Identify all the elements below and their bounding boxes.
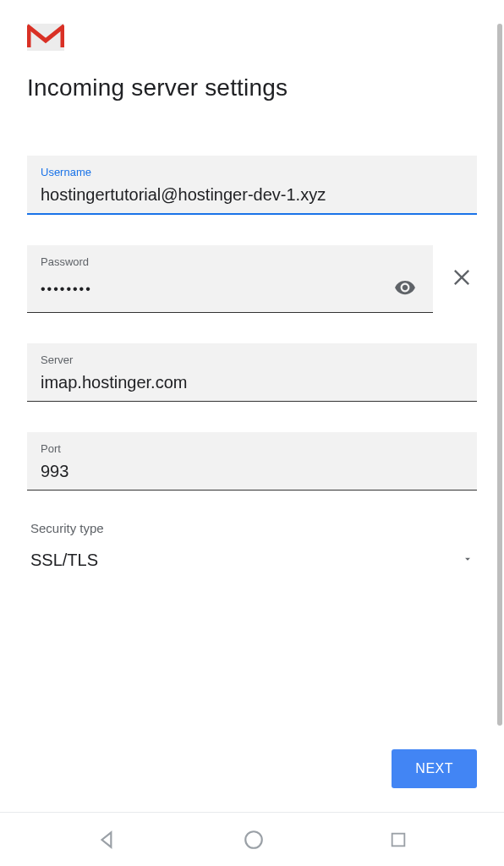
server-input[interactable] <box>41 371 463 394</box>
port-field-group: Port <box>27 432 477 491</box>
navigation-bar <box>0 812 504 866</box>
nav-home-icon[interactable] <box>243 829 265 851</box>
port-label: Port <box>41 442 463 455</box>
security-value: SSL/TLS <box>30 551 98 570</box>
nav-recent-icon[interactable] <box>389 830 408 849</box>
password-field-box[interactable]: Password •••••••• <box>27 245 433 313</box>
next-button[interactable]: NEXT <box>392 749 477 788</box>
svg-rect-2 <box>392 833 405 846</box>
scrollbar-indicator[interactable] <box>497 24 502 726</box>
security-dropdown[interactable]: SSL/TLS <box>30 551 474 570</box>
chevron-down-icon <box>462 553 474 568</box>
page-title: Incoming server settings <box>27 74 477 101</box>
visibility-toggle-icon[interactable] <box>391 273 419 305</box>
security-label: Security type <box>30 521 474 535</box>
password-input[interactable]: •••••••• <box>41 282 391 297</box>
server-field-group: Server <box>27 343 477 402</box>
username-input[interactable] <box>41 184 463 206</box>
server-field-box[interactable]: Server <box>27 343 477 402</box>
username-field-group: Username <box>27 156 477 215</box>
svg-point-1 <box>245 831 262 848</box>
username-field-box[interactable]: Username <box>27 156 477 215</box>
server-label: Server <box>41 354 463 366</box>
gmail-logo-icon <box>27 24 64 51</box>
main-content: Incoming server settings Username Passwo… <box>0 0 504 570</box>
port-field-box[interactable]: Port <box>27 432 477 491</box>
close-icon[interactable] <box>446 262 477 296</box>
port-input[interactable] <box>41 460 463 483</box>
password-label: Password <box>41 255 419 268</box>
security-section: Security type SSL/TLS <box>27 521 477 570</box>
username-label: Username <box>41 166 463 178</box>
nav-back-icon[interactable] <box>96 829 118 851</box>
password-field-group: Password •••••••• <box>27 245 477 313</box>
